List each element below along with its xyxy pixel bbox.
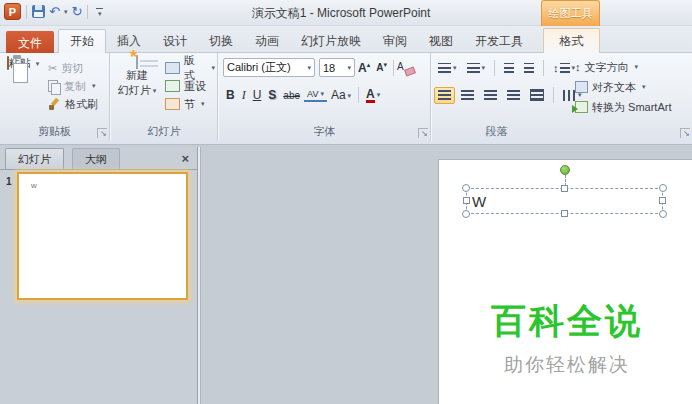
slides-group-label: 幻灯片 — [111, 124, 217, 139]
tab-view[interactable]: 视图 — [418, 30, 464, 54]
drawing-tools-contextual-header: 绘图工具 — [541, 0, 600, 26]
line-spacing-icon: ↕ — [553, 62, 559, 74]
close-pane-icon[interactable]: × — [181, 151, 189, 166]
slide-editing-area[interactable]: W 百科全说 助你轻松解决 — [438, 159, 692, 404]
customize-qat-icon[interactable]: ▾ — [96, 8, 103, 16]
font-size-combo[interactable]: 18 — [319, 58, 355, 77]
text-shadow-button[interactable]: S — [265, 87, 279, 103]
resize-handle-sw[interactable] — [462, 210, 470, 218]
distribute-button[interactable] — [526, 86, 548, 104]
powerpoint-window: P ↶ ▾ ↻ ▾ 演示文稿1 - Microsoft PowerPoint 绘… — [0, 0, 692, 404]
redo-icon[interactable]: ↻ — [71, 5, 82, 18]
align-center-button[interactable] — [457, 87, 478, 104]
tab-home[interactable]: 开始 — [58, 29, 106, 54]
section-icon — [165, 98, 180, 110]
slide-thumbnail[interactable]: w — [17, 172, 188, 300]
numbering-button[interactable] — [463, 60, 490, 77]
format-painter-icon — [48, 98, 61, 111]
textbox-text[interactable]: W — [472, 193, 486, 210]
bullets-icon — [438, 63, 451, 74]
font-group-label: 字体 — [219, 124, 430, 139]
bullets-button[interactable] — [434, 60, 461, 77]
resize-handle-nw[interactable] — [462, 184, 470, 192]
resize-handle-ne[interactable] — [659, 184, 667, 192]
clear-formatting-icon[interactable]: A — [397, 61, 414, 75]
grow-font-button[interactable]: A▴ — [355, 60, 373, 76]
window-title: 演示文稿1 - Microsoft PowerPoint — [150, 0, 532, 26]
justify-button[interactable] — [503, 87, 524, 104]
selected-textbox[interactable]: W — [466, 188, 663, 214]
save-icon[interactable] — [32, 5, 45, 18]
thumbnail-text: w — [31, 181, 37, 190]
rotation-handle[interactable] — [560, 165, 570, 175]
align-left-icon — [438, 90, 451, 101]
font-color-button[interactable]: A — [363, 86, 383, 104]
tab-review[interactable]: 审阅 — [372, 30, 418, 54]
slide-canvas: W 百科全说 助你轻松解决 — [201, 147, 692, 404]
shrink-font-button[interactable]: A▾ — [373, 60, 390, 74]
decrease-indent-button[interactable] — [500, 60, 518, 77]
pane-tab-row: 幻灯片 大纲 × — [0, 147, 197, 170]
resize-handle-e[interactable] — [659, 197, 666, 204]
text-direction-button[interactable]: ↕ 文字方向 — [575, 57, 671, 77]
workspace: 幻灯片 大纲 × 1 w W — [0, 147, 692, 404]
align-right-button[interactable] — [480, 87, 501, 104]
align-center-icon — [461, 90, 474, 101]
strikethrough-button[interactable]: abe — [280, 89, 303, 102]
scissors-icon: ✂ — [48, 62, 57, 75]
watermark-title: 百科全说 — [491, 298, 643, 345]
copy-icon — [48, 80, 60, 93]
align-left-button[interactable] — [434, 87, 455, 104]
italic-button[interactable]: I — [239, 87, 249, 104]
tab-animations[interactable]: 动画 — [244, 30, 290, 54]
font-name-combo[interactable]: Calibri (正文) — [223, 58, 315, 77]
font-dialog-launcher-icon[interactable]: ↘ — [418, 128, 428, 138]
bold-button[interactable]: B — [223, 87, 238, 103]
justify-icon — [507, 90, 520, 101]
tab-transitions[interactable]: 切换 — [198, 30, 244, 54]
increase-indent-icon — [524, 63, 534, 74]
resize-handle-se[interactable] — [659, 210, 667, 218]
format-painter-button[interactable]: 格式刷 — [46, 95, 100, 113]
layout-button[interactable]: 版式 — [163, 59, 217, 77]
reset-button[interactable]: 重设 — [163, 77, 217, 95]
smartart-icon — [575, 101, 588, 113]
paragraph-group-label: 段落 — [431, 124, 562, 139]
paste-button[interactable]: 粘贴 — [4, 56, 42, 71]
decrease-indent-icon — [504, 63, 514, 74]
resize-handle-s[interactable] — [561, 210, 568, 217]
new-slide-button[interactable]: 新建 幻灯片 — [113, 56, 161, 98]
clipboard-dialog-launcher-icon[interactable]: ↘ — [97, 128, 107, 138]
tab-slideshow[interactable]: 幻灯片放映 — [290, 30, 372, 54]
paragraph-dialog-launcher-icon[interactable]: ↘ — [680, 128, 690, 138]
undo-icon[interactable]: ↶ — [49, 5, 60, 18]
qat-separator — [26, 5, 27, 19]
slide-number: 1 — [6, 176, 12, 187]
resize-handle-n[interactable] — [561, 185, 568, 192]
tab-insert[interactable]: 插入 — [106, 30, 152, 54]
tab-developer[interactable]: 开发工具 — [464, 30, 534, 54]
group-paragraph: ↕ ↕ 文字方向 对齐文本 — [431, 53, 692, 141]
group-font: Calibri (正文) 18 A▴ A▾ A B I U S abe AV A… — [219, 53, 431, 141]
new-slide-icon — [136, 55, 138, 69]
resize-handle-w[interactable] — [463, 197, 470, 204]
text-direction-icon: ↕ — [575, 61, 581, 73]
tab-design[interactable]: 设计 — [152, 30, 198, 54]
convert-to-smartart-button[interactable]: 转换为 SmartArt — [575, 97, 671, 117]
underline-button[interactable]: U — [250, 87, 265, 103]
increase-indent-button[interactable] — [520, 60, 538, 77]
pane-tab-outline[interactable]: 大纲 — [72, 148, 120, 169]
section-button[interactable]: 节 — [163, 95, 217, 113]
tab-format-contextual[interactable]: 格式 — [543, 28, 600, 53]
paste-icon — [7, 56, 9, 70]
cut-button[interactable]: ✂ 剪切 — [46, 59, 100, 77]
powerpoint-app-icon[interactable]: P — [4, 3, 21, 20]
copy-button[interactable]: 复制 — [46, 77, 100, 95]
change-case-button[interactable]: Aa — [328, 87, 354, 103]
undo-dropdown-icon[interactable]: ▾ — [64, 8, 68, 16]
character-spacing-button[interactable]: AV — [304, 88, 327, 102]
align-text-button[interactable]: 对齐文本 — [575, 77, 671, 97]
quick-access-toolbar: P ↶ ▾ ↻ ▾ — [4, 3, 103, 20]
layout-icon — [165, 62, 180, 74]
pane-tab-slides[interactable]: 幻灯片 — [5, 148, 64, 169]
